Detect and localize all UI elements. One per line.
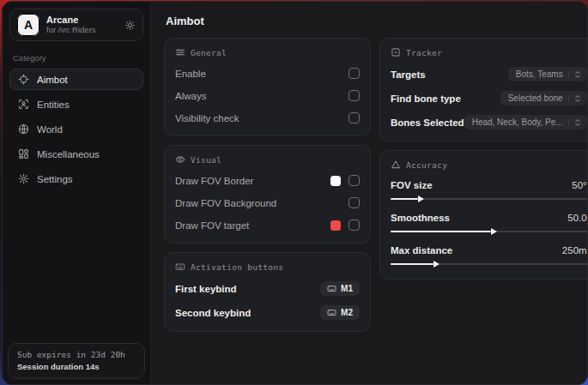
tracker-header: Tracker <box>391 47 587 57</box>
second-keybind-value: M2 <box>341 308 353 317</box>
sidebar: A Arcane for Arc Riders Category <box>3 2 151 384</box>
enable-checkbox[interactable] <box>349 68 360 79</box>
globe-icon <box>18 123 29 135</box>
general-header: General <box>175 47 360 57</box>
sidebar-item-label: Aimbot <box>37 75 68 85</box>
accuracy-title: Accuracy <box>406 160 447 170</box>
tracker-card: Tracker Targets Bots, Teams <box>379 38 587 141</box>
second-keybind-label: Second keybind <box>175 308 251 318</box>
keyboard-icon <box>175 262 185 272</box>
general-card: General Enable Always Visibility check <box>164 38 371 136</box>
bones-selected-select[interactable]: Head, Neck, Body, Pe... <box>464 115 587 129</box>
visibility-check-label: Visibility check <box>175 113 239 123</box>
session-duration-text: Session duration 14s <box>17 362 136 371</box>
always-row: Always <box>175 89 360 102</box>
sidebar-item-world[interactable]: World <box>9 118 143 140</box>
draw-fov-target-label: Draw FOV target <box>175 220 249 231</box>
fov-size-label: FOV size <box>391 180 433 190</box>
smoothness-row: Smoothness 50.0 <box>391 213 587 235</box>
layout-grid-icon <box>18 148 29 159</box>
bones-selected-label: Bones Selected <box>391 117 464 128</box>
right-column: Tracker Targets Bots, Teams <box>379 38 587 280</box>
gear-icon[interactable] <box>124 20 136 31</box>
sidebar-item-aimbot[interactable]: Aimbot <box>9 69 143 90</box>
activation-header: Activation buttons <box>175 262 360 272</box>
scan-person-icon <box>18 99 29 110</box>
brand-text: Arcane for Arc Riders <box>46 15 118 35</box>
sidebar-item-label: Miscellaneous <box>37 149 100 159</box>
main-content: Aimbot General <box>151 2 587 384</box>
bones-selected-row: Bones Selected Head, Neck, Body, Pe... <box>391 115 587 129</box>
visibility-check-checkbox[interactable] <box>349 112 360 123</box>
activation-title: Activation buttons <box>191 262 283 272</box>
draw-fov-border-row: Draw FOV Border <box>175 174 360 187</box>
crosshair-icon <box>18 74 29 85</box>
fov-size-row: FOV size 50° <box>391 180 587 202</box>
max-distance-row: Max distance 250m <box>391 245 587 268</box>
smoothness-slider[interactable] <box>391 227 587 235</box>
first-keybind-value: M1 <box>341 284 353 293</box>
sidebar-item-entities[interactable]: Entities <box>9 93 143 115</box>
keyboard-icon <box>327 308 336 317</box>
sub-expiry-text: Sub expires in 23d 20h <box>17 350 136 359</box>
max-distance-slider[interactable] <box>391 260 587 268</box>
draw-fov-border-checkbox[interactable] <box>349 175 360 186</box>
targets-label: Targets <box>391 69 426 80</box>
draw-fov-background-row: Draw FOV Background <box>175 196 360 209</box>
slider-thumb <box>391 198 418 200</box>
first-keybind-button[interactable]: M1 <box>320 281 360 296</box>
find-bone-type-row: Find bone type Selected bone <box>391 91 587 105</box>
max-distance-label: Max distance <box>391 245 452 256</box>
sidebar-item-label: Entities <box>37 99 70 110</box>
second-keybind-button[interactable]: M2 <box>320 305 360 320</box>
slider-thumb <box>391 263 433 265</box>
visibility-check-row: Visibility check <box>175 111 360 124</box>
always-checkbox[interactable] <box>349 90 360 101</box>
brand-card: A Arcane for Arc Riders <box>9 9 143 41</box>
subscription-card: Sub expires in 23d 20h Session duration … <box>8 343 145 379</box>
left-column: General Enable Always Visibility check <box>164 38 371 332</box>
always-label: Always <box>175 91 206 101</box>
sidebar-item-settings[interactable]: Settings <box>9 168 143 189</box>
draw-fov-target-checkbox[interactable] <box>349 220 360 231</box>
second-keybind-row: Second keybind M2 <box>175 305 360 320</box>
sidebar-item-label: World <box>37 124 63 135</box>
sidebar-nav: Aimbot Entities World <box>9 69 143 189</box>
fov-size-value: 50° <box>572 180 586 190</box>
targets-value: Bots, Teams <box>516 69 563 79</box>
page-title: Aimbot <box>166 15 573 27</box>
triangle-icon <box>391 159 401 170</box>
draw-fov-background-label: Draw FOV Background <box>175 198 276 208</box>
chevrons-up-down-icon <box>568 70 582 79</box>
category-label: Category <box>13 53 140 63</box>
accuracy-header: Accuracy <box>391 159 587 170</box>
first-keybind-row: First keybind M1 <box>175 281 360 296</box>
enable-label: Enable <box>175 69 206 79</box>
smoothness-label: Smoothness <box>391 213 450 223</box>
targets-select[interactable]: Bots, Teams <box>508 67 587 81</box>
chevrons-up-down-icon <box>568 118 582 127</box>
visual-card: Visual Draw FOV Border Draw FOV Backgrou… <box>164 145 371 244</box>
gear-icon <box>18 173 29 184</box>
find-bone-type-select[interactable]: Selected bone <box>500 91 587 105</box>
activation-card: Activation buttons First keybind M1 <box>164 252 371 332</box>
keyboard-icon <box>327 284 336 293</box>
targets-row: Targets Bots, Teams <box>391 67 587 81</box>
first-keybind-label: First keybind <box>175 284 237 294</box>
visual-header: Visual <box>175 154 360 165</box>
content-grid: General Enable Always Visibility check <box>164 38 574 332</box>
app-logo: A <box>17 14 39 36</box>
max-distance-value: 250m <box>562 245 587 256</box>
tracker-title: Tracker <box>406 48 442 57</box>
app-window: A Arcane for Arc Riders Category <box>2 1 588 385</box>
app-name: Arcane <box>46 15 118 26</box>
find-bone-type-value: Selected bone <box>508 93 563 103</box>
fov-size-slider[interactable] <box>391 195 587 202</box>
sidebar-item-miscellaneous[interactable]: Miscellaneous <box>9 143 143 165</box>
app-subtitle: for Arc Riders <box>46 26 118 35</box>
fov-target-color-swatch[interactable] <box>330 220 341 231</box>
draw-fov-background-checkbox[interactable] <box>349 197 360 208</box>
draw-fov-target-row: Draw FOV target <box>175 219 360 232</box>
accuracy-card: Accuracy FOV size 50° <box>379 150 587 280</box>
fov-border-color-swatch[interactable] <box>330 176 341 186</box>
